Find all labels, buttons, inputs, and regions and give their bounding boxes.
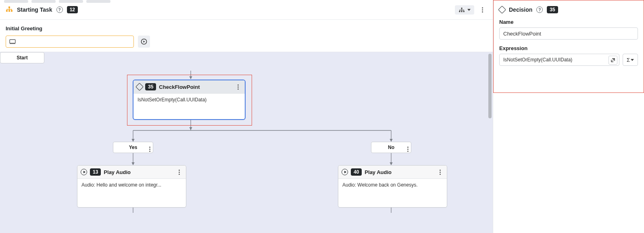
properties-panel-empty — [493, 93, 644, 233]
properties-title: Decision — [509, 6, 532, 13]
decision-icon — [498, 6, 506, 14]
play-audio-no-header: 40 Play Audio — [338, 166, 447, 179]
svg-point-7 — [463, 10, 464, 12]
hierarchy-dropdown[interactable] — [455, 5, 474, 15]
properties-header: Decision ? 35 — [499, 6, 638, 13]
branch-yes[interactable]: Yes — [113, 142, 153, 153]
chevron-down-icon — [631, 59, 634, 61]
svg-point-3 — [11, 10, 13, 12]
task-menu-button[interactable] — [477, 4, 487, 15]
decision-node-header: 35 CheckFlowPoint — [133, 80, 245, 94]
task-header-right — [455, 4, 487, 15]
play-audio-yes-header: 13 Play Audio — [77, 166, 186, 179]
play-icon — [342, 169, 348, 175]
sigma-icon: Σ — [627, 57, 630, 63]
tts-icon — [9, 39, 16, 44]
toolbar-placeholder — [4, 0, 110, 3]
play-audio-no-body: Audio: Welcome back on Genesys. — [338, 179, 447, 207]
properties-id-badge: 35 — [547, 6, 558, 13]
popout-icon — [611, 58, 615, 63]
task-id-badge: 12 — [67, 6, 78, 13]
play-audio-no-name: Play Audio — [365, 169, 392, 175]
field-name: Name — [499, 19, 638, 40]
branch-no-menu[interactable] — [407, 143, 408, 152]
decision-node-body: IsNotSetOrEmpty(Call.UUIData) — [133, 94, 245, 119]
play-audio-yes-id: 13 — [90, 168, 101, 176]
branch-yes-label: Yes — [129, 145, 138, 150]
expression-input[interactable]: IsNotSetOrEmpty(Call.UUIData) — [499, 54, 619, 66]
svg-point-6 — [461, 10, 462, 12]
chevron-down-icon — [467, 9, 471, 11]
initial-greeting-section: Initial Greeting — [0, 20, 493, 52]
name-label: Name — [499, 19, 638, 25]
play-audio-no-menu[interactable] — [436, 168, 444, 176]
app-root: Starting Task ? 12 Initial Greeting — [0, 0, 644, 233]
initial-greeting-label: Initial Greeting — [6, 25, 487, 31]
expression-value: IsNotSetOrEmpty(Call.UUIData) — [503, 57, 572, 63]
play-audio-no-node[interactable]: 40 Play Audio Audio: Welcome back on Gen… — [338, 165, 447, 208]
task-header-left: Starting Task ? 12 — [6, 6, 78, 14]
svg-point-0 — [8, 6, 10, 8]
decision-node-menu[interactable] — [234, 83, 242, 91]
branch-no[interactable]: No — [371, 142, 411, 153]
svg-point-4 — [461, 7, 462, 8]
play-audio-no-id: 40 — [351, 168, 362, 176]
play-icon — [81, 169, 87, 175]
right-column: Decision ? 35 Name Expression IsNotSetOr… — [493, 0, 644, 233]
initial-greeting-input[interactable] — [6, 36, 134, 48]
name-input[interactable] — [499, 27, 638, 40]
field-expression: Expression IsNotSetOrEmpty(Call.UUIData)… — [499, 45, 638, 66]
svg-rect-8 — [10, 40, 15, 43]
task-tree-icon — [6, 6, 13, 14]
decision-node[interactable]: 35 CheckFlowPoint IsNotSetOrEmpty(Call.U… — [133, 80, 246, 120]
expression-builder-button[interactable]: Σ — [623, 54, 638, 66]
help-icon[interactable]: ? — [536, 6, 543, 13]
svg-point-2 — [8, 10, 10, 12]
play-audio-yes-node[interactable]: 13 Play Audio Audio: Hello and welcome o… — [77, 165, 186, 208]
expand-expression-button[interactable] — [609, 56, 617, 65]
preview-play-button[interactable] — [138, 36, 150, 48]
task-header: Starting Task ? 12 — [0, 0, 493, 20]
branch-no-label: No — [388, 145, 394, 150]
task-title: Starting Task — [17, 6, 52, 13]
play-audio-yes-menu[interactable] — [175, 168, 183, 176]
decision-node-id: 35 — [145, 83, 156, 90]
start-node[interactable]: Start — [0, 52, 44, 63]
flow-canvas[interactable]: Start 35 CheckFlowPoint IsNotSetOrEmpty(… — [0, 52, 493, 233]
svg-point-1 — [6, 10, 8, 12]
branch-yes-menu[interactable] — [149, 143, 150, 152]
main-column: Starting Task ? 12 Initial Greeting — [0, 0, 493, 233]
svg-point-5 — [459, 10, 460, 12]
expression-label: Expression — [499, 45, 638, 51]
play-audio-yes-name: Play Audio — [104, 169, 131, 175]
expression-row: IsNotSetOrEmpty(Call.UUIData) Σ — [499, 54, 638, 66]
start-node-label: Start — [17, 55, 27, 61]
properties-panel: Decision ? 35 Name Expression IsNotSetOr… — [493, 0, 644, 93]
decision-node-name: CheckFlowPoint — [159, 84, 200, 90]
initial-greeting-row — [6, 36, 487, 48]
help-icon[interactable]: ? — [56, 6, 63, 13]
play-audio-yes-body: Audio: Hello and welcome on integr... — [77, 179, 186, 207]
decision-icon — [135, 83, 144, 91]
canvas-scrollbar[interactable] — [488, 54, 492, 118]
